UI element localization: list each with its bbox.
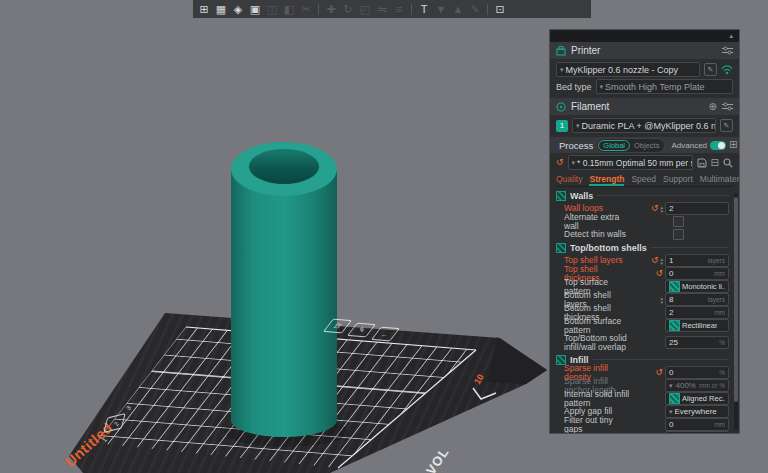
advanced-label: Advanced <box>671 141 707 150</box>
filament-icon <box>556 102 566 112</box>
process-tabs: Quality Strength Speed Support Multimate… <box>556 172 733 187</box>
advanced-toggle[interactable] <box>710 141 726 150</box>
pattern-swatch-icon <box>669 393 680 404</box>
process-preset-value: * 0.15mm Optimal 50 mm per s @MyKli... <box>577 158 693 168</box>
process-title: Process <box>559 140 593 151</box>
spinner[interactable]: ▴▾ <box>660 257 663 265</box>
search-icon[interactable] <box>723 158 733 168</box>
rotate-icon: ↻ <box>340 1 356 17</box>
scope-global[interactable]: Global <box>598 140 630 151</box>
chevron-down-icon: ▾ <box>669 382 673 389</box>
wifi-icon[interactable] <box>721 65 733 75</box>
filament-slot-badge[interactable]: 1 <box>556 120 568 132</box>
alternate-extra-wall-checkbox[interactable] <box>673 216 684 227</box>
toolbar-separator <box>487 4 488 15</box>
plate-brand-text: VOL <box>423 444 452 473</box>
bottom-surface-pattern-select[interactable]: Rectilinear <box>665 319 729 332</box>
printer-settings-icon[interactable] <box>722 46 733 55</box>
setting-row-solid-infill-wall-overlap: Top/Bottom solid infill/wall overlap 25 … <box>550 332 739 353</box>
sparse-infill-anchor-select[interactable]: ▾ 400% mm or % <box>665 379 729 392</box>
auto-orient-icon[interactable]: ◈ <box>230 1 246 17</box>
reset-icon[interactable]: ↺ <box>651 256 659 265</box>
printer-preset-select[interactable]: ▾ MyKlipper 0.6 nozzle - Copy <box>556 62 700 77</box>
bed-type-select[interactable]: ▾ Smooth High Temp Plate <box>596 79 733 94</box>
bottom-shell-layers-input[interactable]: 8 layers <box>665 293 729 306</box>
bed-type-value: Smooth High Temp Plate <box>605 82 704 92</box>
split-to-parts-icon: ◧ <box>281 1 297 17</box>
detect-thin-walls-checkbox[interactable] <box>673 229 684 240</box>
process-section-header: Process Global Objects Advanced ⊞ <box>550 137 739 153</box>
filter-tiny-gaps-input[interactable]: 0 mm <box>665 418 729 431</box>
cut-icon: ✂ <box>298 1 314 17</box>
toolbar-separator <box>411 4 412 15</box>
filament-preset-row: 1 ▾ Duramic PLA + @MyKlipper 0.6 nozzle … <box>556 119 733 132</box>
group-top-bottom-shells: Top/bottom shells <box>550 241 739 254</box>
group-walls: Walls <box>550 189 739 202</box>
bed-type-label: Bed type <box>556 82 592 92</box>
scope-objects[interactable]: Objects <box>630 141 663 150</box>
text-tool-icon[interactable]: T <box>416 1 432 17</box>
printer-preset-row: ▾ MyKlipper 0.6 nozzle - Copy ✎ <box>556 63 733 76</box>
top-shell-layers-input[interactable]: 1 layers <box>665 254 729 267</box>
main-toolbar: ⊞ ▦ ◈ ▣ ◫ ◧ ✂ ✚ ↻ ◰ ⇋ ≡ T ▼ ▲ ✎ ⊡ <box>193 0 591 18</box>
move-icon: ✚ <box>323 1 339 17</box>
tab-strength[interactable]: Strength <box>589 174 624 186</box>
panel-collapse-bar[interactable]: ▴ <box>550 30 739 42</box>
save-preset-icon[interactable] <box>697 158 707 168</box>
top-shell-thickness-input[interactable]: 0 mm <box>665 267 729 280</box>
process-preset-select[interactable]: ▾ * 0.15mm Optimal 50 mm per s @MyKli... <box>568 155 693 170</box>
settings-panel: ▴ Printer ▾ MyKlipper 0.6 nozzle - Copy <box>550 30 739 433</box>
tab-speed[interactable]: Speed <box>631 174 656 186</box>
assembly-view-icon[interactable]: ⊡ <box>492 1 508 17</box>
edit-filament-icon[interactable]: ✎ <box>720 119 733 132</box>
add-filament-icon[interactable]: ⊕ <box>709 102 717 112</box>
edit-printer-icon[interactable]: ✎ <box>704 63 717 76</box>
process-preset-row: ↺ ▾ * 0.15mm Optimal 50 mm per s @MyKli.… <box>556 156 733 169</box>
solid-infill-wall-overlap-input[interactable]: 25 % <box>665 336 729 349</box>
collapse-all-icon[interactable]: ⊟ <box>711 158 719 168</box>
compare-presets-icon[interactable]: ⊞ <box>729 140 737 150</box>
add-plate-icon[interactable]: ▦ <box>213 1 229 17</box>
reset-icon[interactable]: ↺ <box>651 204 659 213</box>
arrange-icon[interactable]: ▣ <box>247 1 263 17</box>
chevron-down-icon: ▾ <box>560 66 564 73</box>
add-model-icon[interactable]: ⊞ <box>196 1 212 17</box>
reset-process-icon[interactable]: ↺ <box>556 158 564 167</box>
split-to-objects-icon: ◫ <box>264 1 280 17</box>
setting-row-alternate-extra-wall: Alternate extra wall <box>550 215 739 228</box>
top-surface-pattern-select[interactable]: Monotonic li... <box>665 280 729 293</box>
spinner[interactable]: ▴▾ <box>660 205 663 213</box>
sparse-infill-density-input[interactable]: 0 % <box>665 366 729 379</box>
tab-quality[interactable]: Quality <box>556 174 582 186</box>
printer-title: Printer <box>571 45 600 56</box>
seam-painting-icon: ▼ <box>433 1 449 17</box>
app-window: Untitled 10 VOL 1 2 3 ⊟ ✎ ← ⊞ ▦ ◈ ▣ ◫ ◧ … <box>0 0 768 473</box>
filament-preset-select[interactable]: ▾ Duramic PLA + @MyKlipper 0.6 nozzle <box>572 118 716 133</box>
toolbar-separator <box>318 4 319 15</box>
apply-gap-fill-select[interactable]: ▾ Everywhere <box>665 405 729 418</box>
reset-icon[interactable]: ↺ <box>655 368 663 377</box>
process-scope-toggle[interactable]: Global Objects <box>596 138 665 153</box>
tab-support[interactable]: Support <box>663 174 693 186</box>
color-painting-icon: ✎ <box>467 1 483 17</box>
scrollbar-thumb[interactable] <box>734 197 738 402</box>
setting-row-filter-out-tiny-gaps: Filter out tiny gaps 0 mm <box>550 418 739 431</box>
filament-preset-value: Duramic PLA + @MyKlipper 0.6 nozzle <box>582 121 716 131</box>
top-bottom-group-icon <box>556 243 566 253</box>
variable-layer-height-icon: ≡ <box>391 1 407 17</box>
bottom-shell-thickness-input[interactable]: 2 mm <box>665 306 729 319</box>
printer-icon <box>556 46 566 56</box>
chevron-down-icon: ▾ <box>576 122 580 129</box>
filament-settings-icon[interactable] <box>722 102 733 111</box>
chevron-down-icon: ▾ <box>600 83 604 90</box>
reset-icon[interactable]: ↺ <box>655 269 663 278</box>
bed-type-row: Bed type ▾ Smooth High Temp Plate <box>556 80 733 93</box>
internal-solid-infill-pattern-select[interactable]: Aligned Rec... <box>665 392 729 405</box>
tab-multimaterial[interactable]: Multimaterial <box>700 174 739 186</box>
printer-section-header: Printer <box>550 42 739 59</box>
settings-list: Walls Wall loops ↺ ▴▾ 2 Alternate extra … <box>550 187 739 433</box>
wall-loops-input[interactable]: 2 <box>665 202 729 215</box>
spinner[interactable]: ▴▾ <box>660 296 663 304</box>
collapse-icon[interactable]: ▴ <box>729 32 733 40</box>
infill-wall-overlap-input[interactable]: 30 % <box>665 431 729 433</box>
